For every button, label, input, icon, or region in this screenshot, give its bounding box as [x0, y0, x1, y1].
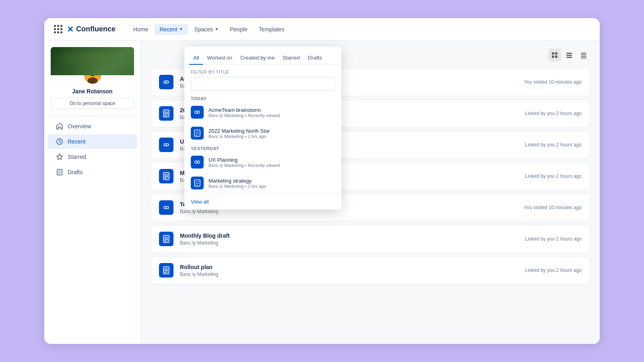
card-title: Monthly Blog draft	[180, 232, 495, 239]
card-meta-item5: You visited 10 minutes ago	[501, 205, 582, 210]
logo-text: Confluence	[76, 25, 116, 33]
card-meta-item2: Linked by you 2 hours ago	[501, 111, 582, 116]
dropdown-tab-drafts[interactable]: Drafts	[304, 51, 326, 65]
card-meta-item6: Linked by you 2 hours ago	[501, 236, 582, 242]
dropdown-item-info: UX Planning Banc.ly Marketing • Recently…	[208, 157, 335, 168]
dropdown-item-sub: Banc.ly Marketing • 2 hrs ago	[208, 134, 335, 139]
card-info-item7: Rollout plan Banc.ly Marketing	[180, 264, 495, 277]
svg-rect-10	[566, 55, 572, 56]
drafts-icon	[56, 168, 64, 176]
banner-image	[51, 47, 134, 75]
profile-section: Jane Rotanson Go to personal space	[44, 47, 140, 116]
svg-rect-15	[581, 58, 586, 58]
dropdown-item-icon	[191, 177, 204, 189]
spaces-chevron-icon: ▼	[215, 27, 219, 31]
card-icon-page	[159, 169, 173, 183]
list-compact-view-button[interactable]	[563, 49, 576, 62]
card-title: Rollout plan	[180, 264, 495, 270]
svg-point-22	[164, 206, 166, 209]
dropdown-item-title: AcmeTeam brainstorm	[208, 107, 335, 113]
dropdown-item-brainstorm[interactable]: AcmeTeam brainstorm Banc.ly Marketing • …	[184, 102, 341, 123]
svg-rect-11	[566, 57, 572, 58]
nav-links: Home Recent ▼ Spaces ▼ People Templates	[128, 24, 289, 35]
svg-rect-25	[163, 267, 169, 274]
svg-rect-14	[581, 56, 586, 57]
recent-icon	[56, 138, 64, 146]
svg-rect-13	[581, 54, 586, 55]
sidebar-item-starred[interactable]: Starred	[47, 150, 137, 164]
svg-point-27	[197, 111, 200, 113]
sidebar: Jane Rotanson Go to personal space Overv…	[44, 41, 141, 344]
profile-banner	[51, 47, 134, 75]
starred-icon	[56, 153, 64, 161]
svg-rect-7	[552, 56, 554, 58]
list-detail-view-button[interactable]	[577, 49, 590, 62]
svg-rect-12	[581, 53, 586, 53]
svg-rect-21	[163, 173, 169, 180]
grid-view-button[interactable]	[548, 49, 561, 62]
dropdown-item-sub: Banc.ly Marketing • Recently viewed	[208, 163, 335, 168]
dropdown-item-sub: Banc.ly Marketing • 2 hrs ago	[208, 184, 335, 189]
logo-icon: ✕	[67, 25, 74, 34]
sidebar-item-overview[interactable]: Overview	[47, 119, 137, 134]
card-icon-page	[159, 106, 173, 121]
dropdown-item-title: 2022 Marketing North Star	[208, 128, 335, 134]
dropdown-item-northstar[interactable]: 2022 Marketing North Star Banc.ly Market…	[184, 123, 341, 144]
card-meta-item7: Linked by you 2 hours ago	[501, 267, 582, 273]
card-icon-page	[159, 263, 173, 278]
sidebar-item-drafts[interactable]: Drafts	[47, 165, 137, 179]
card-meta-item1: You visited 10 minutes ago	[501, 79, 582, 85]
card-icon-whiteboard	[159, 138, 173, 152]
dropdown-tab-all[interactable]: All	[189, 51, 203, 65]
dropdown-item-marketing-strategy[interactable]: Marketing strategy Banc.ly Marketing • 2…	[184, 173, 341, 193]
section-label-yesterday: YESTERDAY	[184, 144, 341, 152]
grid-dots-icon	[54, 25, 62, 33]
content-card-item7[interactable]: Rollout plan Banc.ly Marketing Linked by…	[151, 256, 590, 284]
svg-rect-5	[552, 52, 554, 55]
filter-area: Filter by title	[184, 65, 341, 94]
dropdown-item-title: UX Planning	[208, 157, 335, 163]
svg-point-29	[195, 161, 197, 163]
dropdown-item-sub: Banc.ly Marketing • Recently viewed	[208, 113, 335, 118]
filter-input[interactable]	[191, 77, 335, 90]
svg-point-20	[166, 144, 169, 146]
nav-recent[interactable]: Recent ▼	[155, 24, 188, 35]
nav-home[interactable]: Home	[128, 24, 153, 35]
card-meta-item4: Linked by you 2 hours ago	[501, 173, 582, 179]
card-subtitle: Banc.ly Marketing	[180, 240, 495, 246]
svg-rect-28	[194, 130, 200, 136]
filter-label: Filter by title	[191, 70, 335, 74]
nav-spaces[interactable]: Spaces ▼	[190, 24, 224, 35]
view-all-link[interactable]: View all	[184, 193, 341, 210]
dropdown-item-title: Marketing strategy	[208, 178, 335, 184]
nav-people[interactable]: People	[225, 24, 252, 35]
dropdown-tab-starred[interactable]: Starred	[279, 51, 304, 65]
apps-grid-button[interactable]	[52, 24, 64, 35]
card-meta-item3: Linked by you 2 hours ago	[501, 142, 582, 148]
card-icon-whiteboard	[159, 200, 173, 215]
svg-point-23	[166, 206, 169, 209]
svg-rect-8	[555, 56, 557, 58]
dropdown-item-info: 2022 Marketing North Star Banc.ly Market…	[208, 128, 335, 139]
svg-rect-6	[555, 52, 557, 55]
svg-point-19	[164, 144, 166, 146]
nav-templates[interactable]: Templates	[254, 24, 289, 35]
dropdown-item-ux-planning[interactable]: UX Planning Banc.ly Marketing • Recently…	[184, 152, 341, 173]
profile-name: Jane Rotanson	[51, 88, 134, 95]
dropdown-tab-created-by-me[interactable]: Created by me	[236, 51, 279, 65]
svg-point-26	[195, 111, 197, 113]
navbar: ✕ Confluence Home Recent ▼ Spaces ▼ Peop…	[44, 18, 600, 41]
overview-icon	[56, 122, 64, 130]
svg-rect-9	[566, 53, 572, 54]
dropdown-item-icon	[191, 106, 204, 119]
dropdown-item-info: AcmeTeam brainstorm Banc.ly Marketing • …	[208, 107, 335, 118]
svg-point-30	[197, 161, 200, 163]
dropdown-item-icon	[191, 156, 204, 169]
content-card-item6[interactable]: Monthly Blog draft Banc.ly Marketing Lin…	[151, 225, 590, 253]
dropdown-tab-worked-on[interactable]: Worked on	[203, 51, 236, 65]
card-info-item6: Monthly Blog draft Banc.ly Marketing	[180, 232, 495, 246]
logo[interactable]: ✕ Confluence	[67, 25, 116, 34]
personal-space-button[interactable]: Go to personal space	[51, 98, 134, 109]
sidebar-item-recent[interactable]: Recent	[47, 134, 137, 149]
card-icon-page	[159, 232, 173, 246]
